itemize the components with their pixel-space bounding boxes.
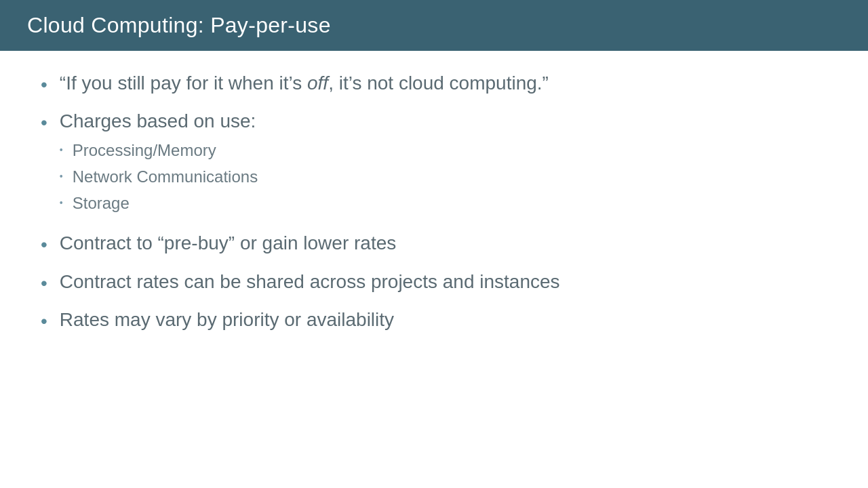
sub-item-processing: • Processing/Memory <box>60 140 258 161</box>
bullet-rates-vary-text: Rates may vary by priority or availabili… <box>60 308 394 332</box>
bullet-contract-rates: • Contract rates can be shared across pr… <box>41 270 827 296</box>
slide-content: • “If you still pay for it when it’s off… <box>0 51 868 488</box>
main-bullet-list: • “If you still pay for it when it’s off… <box>41 71 827 334</box>
bullet-quote: • “If you still pay for it when it’s off… <box>41 71 827 97</box>
sub-item-network: • Network Communications <box>60 166 258 187</box>
sub-bullet-dot-processing: • <box>60 144 63 156</box>
bullet-contract-prebuy-text: Contract to “pre-buy” or gain lower rate… <box>60 231 396 256</box>
slide-header: Cloud Computing: Pay-per-use <box>0 0 868 51</box>
sub-bullet-dot-network: • <box>60 170 63 182</box>
bullet-dot-contract-rates: • <box>41 271 47 296</box>
bullet-charges-content: Charges based on use: • Processing/Memor… <box>60 109 258 219</box>
sub-item-processing-text: Processing/Memory <box>73 140 216 161</box>
bullet-dot-contract-prebuy: • <box>41 232 47 257</box>
italic-off: off <box>307 73 328 94</box>
bullet-contract-prebuy: • Contract to “pre-buy” or gain lower ra… <box>41 231 827 257</box>
sub-item-storage: • Storage <box>60 192 258 214</box>
sub-item-storage-text: Storage <box>73 192 130 214</box>
slide-title: Cloud Computing: Pay-per-use <box>27 13 331 38</box>
bullet-contract-rates-text: Contract rates can be shared across proj… <box>60 270 560 294</box>
bullet-rates-vary: • Rates may vary by priority or availabi… <box>41 308 827 333</box>
bullet-dot-quote: • <box>41 73 47 97</box>
sub-list-charges: • Processing/Memory • Network Communicat… <box>60 140 258 214</box>
bullet-quote-text: “If you still pay for it when it’s off, … <box>60 71 549 96</box>
bullet-dot-rates-vary: • <box>41 309 47 333</box>
bullet-charges: • Charges based on use: • Processing/Mem… <box>41 109 827 219</box>
sub-item-network-text: Network Communications <box>73 166 258 187</box>
sub-bullet-dot-storage: • <box>60 197 63 209</box>
slide: Cloud Computing: Pay-per-use • “If you s… <box>0 0 868 488</box>
bullet-charges-text: Charges based on use: <box>60 110 256 131</box>
bullet-dot-charges: • <box>41 110 47 135</box>
